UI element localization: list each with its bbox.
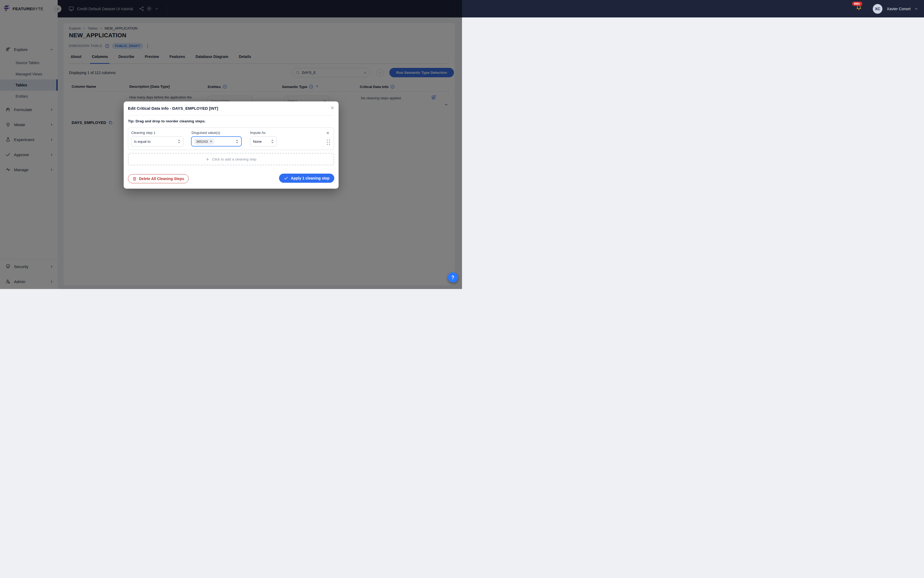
- cleaning-step-label: Cleaning step 1: [131, 131, 156, 135]
- disguised-values-label: Disguised value(s): [191, 131, 220, 135]
- disguised-values-input[interactable]: 365243 ✕: [191, 136, 242, 146]
- modal-tip-text: Tip: Drag and drop to reorder cleaning s…: [128, 119, 206, 123]
- help-button[interactable]: ?: [448, 272, 458, 283]
- edit-critical-data-info-modal: Edit Critical Data Info - DAYS_EMPLOYED …: [124, 101, 339, 188]
- select-caret-icon: [271, 139, 274, 144]
- trash-icon: [133, 177, 136, 181]
- value-chip: 365243 ✕: [194, 138, 214, 144]
- remove-step-icon[interactable]: ✕: [326, 131, 329, 135]
- impute-as-label: Impute As: [250, 131, 266, 135]
- plus-icon: [206, 157, 209, 161]
- impute-as-select[interactable]: None: [250, 136, 277, 146]
- cleaning-step-card: Cleaning step 1 Is equal to Disguised va…: [128, 127, 334, 150]
- select-caret-icon: [235, 139, 238, 144]
- select-caret-icon: [178, 139, 181, 144]
- operation-select[interactable]: Is equal to: [131, 136, 183, 146]
- drag-handle-icon[interactable]: [327, 140, 330, 145]
- delete-all-cleaning-steps-button[interactable]: Delete All Cleaning Steps: [128, 174, 189, 183]
- remove-chip-icon[interactable]: ✕: [209, 140, 212, 143]
- modal-header-divider: [128, 115, 334, 115]
- check-icon: [284, 176, 288, 180]
- apply-cleaning-step-button[interactable]: Apply 1 cleaning step: [279, 174, 334, 183]
- modal-close-icon[interactable]: ✕: [331, 105, 334, 111]
- modal-title: Edit Critical Data Info - DAYS_EMPLOYED …: [128, 106, 218, 110]
- add-cleaning-step-button[interactable]: Click to add a cleaning step: [128, 153, 334, 165]
